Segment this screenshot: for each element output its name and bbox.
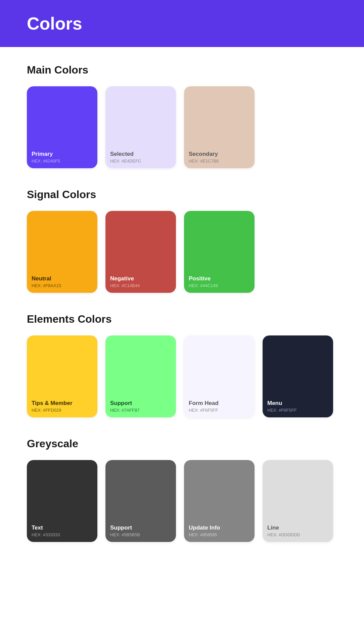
- color-name-text: Text: [32, 525, 93, 531]
- header: Colors: [0, 0, 364, 47]
- color-info-support-gray: Support HEX: #5B5B5B: [105, 520, 176, 542]
- color-swatch-selected: [105, 86, 176, 147]
- color-info-tips: Tips & Member HEX: #FFD029: [27, 396, 97, 417]
- color-hex-updateinfo: HEX: #858585: [189, 532, 250, 537]
- section-title-main: Main Colors: [27, 64, 337, 76]
- color-swatch-negative: [105, 211, 176, 271]
- color-swatch-secondary: [184, 86, 255, 147]
- color-swatch-updateinfo: [184, 460, 255, 520]
- color-hex-text: HEX: #333333: [32, 532, 93, 537]
- color-name-formhead: Form Head: [189, 400, 250, 407]
- color-name-positive: Positive: [189, 275, 250, 282]
- color-card-tips[interactable]: Tips & Member HEX: #FFD029: [27, 335, 97, 417]
- color-swatch-text: [27, 460, 97, 520]
- color-hex-secondary: HEX: #E1C7B6: [189, 158, 250, 164]
- color-info-line: Line HEX: #DDDDDD: [263, 520, 333, 542]
- color-info-negative: Negative HEX: #C14B44: [105, 271, 176, 293]
- color-grid-signal: Neutral HEX: #F8AA15 Negative HEX: #C14B…: [27, 211, 337, 293]
- page-title: Colors: [27, 13, 82, 34]
- color-hex-negative: HEX: #C14B44: [110, 283, 171, 288]
- color-info-menu: Menu HEX: #F6F5FF: [263, 396, 333, 417]
- color-name-secondary: Secondary: [189, 151, 250, 157]
- color-hex-neutral: HEX: #F8AA15: [32, 283, 93, 288]
- color-swatch-support-gray: [105, 460, 176, 520]
- color-info-text: Text HEX: #333333: [27, 520, 97, 542]
- section-main-colors: Main Colors Primary HEX: #6240F5 Selecte…: [27, 64, 337, 168]
- section-title-greyscale: Greyscale: [27, 438, 337, 450]
- color-hex-menu: HEX: #F6F5FF: [267, 408, 328, 413]
- color-name-menu: Menu: [267, 400, 328, 407]
- color-name-selected: Selected: [110, 151, 171, 157]
- color-card-selected[interactable]: Selected HEX: #E4DEFC: [105, 86, 176, 168]
- color-name-support-gray: Support: [110, 525, 171, 531]
- color-card-neutral[interactable]: Neutral HEX: #F8AA15: [27, 211, 97, 293]
- color-swatch-menu: [263, 335, 333, 396]
- section-signal-colors: Signal Colors Neutral HEX: #F8AA15 Negat…: [27, 188, 337, 293]
- color-grid-greyscale: Text HEX: #333333 Support HEX: #5B5B5B U…: [27, 460, 337, 542]
- color-card-secondary[interactable]: Secondary HEX: #E1C7B6: [184, 86, 255, 168]
- color-grid-main: Primary HEX: #6240F5 Selected HEX: #E4DE…: [27, 86, 337, 168]
- color-swatch-support-green: [105, 335, 176, 396]
- section-greyscale: Greyscale Text HEX: #333333 Support HEX:…: [27, 438, 337, 542]
- color-hex-selected: HEX: #E4DEFC: [110, 158, 171, 164]
- color-swatch-tips: [27, 335, 97, 396]
- color-swatch-positive: [184, 211, 255, 271]
- color-hex-support-green: HEX: #7AFF87: [110, 408, 171, 413]
- color-card-positive[interactable]: Positive HEX: #44C149: [184, 211, 255, 293]
- section-elements-colors: Elements Colors Tips & Member HEX: #FFD0…: [27, 313, 337, 417]
- color-name-updateinfo: Update Info: [189, 525, 250, 531]
- color-card-line[interactable]: Line HEX: #DDDDDD: [263, 460, 333, 542]
- color-card-updateinfo[interactable]: Update Info HEX: #858585: [184, 460, 255, 542]
- color-info-neutral: Neutral HEX: #F8AA15: [27, 271, 97, 293]
- color-hex-positive: HEX: #44C149: [189, 283, 250, 288]
- color-info-primary: Primary HEX: #6240F5: [27, 147, 97, 168]
- color-card-support-gray[interactable]: Support HEX: #5B5B5B: [105, 460, 176, 542]
- color-card-support-green[interactable]: Support HEX: #7AFF87: [105, 335, 176, 417]
- color-card-formhead[interactable]: Form Head HEX: #F6F5FF: [184, 335, 255, 417]
- color-swatch-neutral: [27, 211, 97, 271]
- color-card-negative[interactable]: Negative HEX: #C14B44: [105, 211, 176, 293]
- color-swatch-formhead: [184, 335, 255, 396]
- color-card-primary[interactable]: Primary HEX: #6240F5: [27, 86, 97, 168]
- color-info-secondary: Secondary HEX: #E1C7B6: [184, 147, 255, 168]
- color-hex-primary: HEX: #6240F5: [32, 158, 93, 164]
- color-hex-formhead: HEX: #F6F5FF: [189, 408, 250, 413]
- color-info-support-green: Support HEX: #7AFF87: [105, 396, 176, 417]
- color-grid-elements: Tips & Member HEX: #FFD029 Support HEX: …: [27, 335, 337, 417]
- content: Main Colors Primary HEX: #6240F5 Selecte…: [0, 47, 364, 579]
- section-title-signal: Signal Colors: [27, 188, 337, 201]
- section-title-elements: Elements Colors: [27, 313, 337, 325]
- color-card-menu[interactable]: Menu HEX: #F6F5FF: [263, 335, 333, 417]
- color-card-text[interactable]: Text HEX: #333333: [27, 460, 97, 542]
- color-hex-line: HEX: #DDDDDD: [267, 532, 328, 537]
- color-info-selected: Selected HEX: #E4DEFC: [105, 147, 176, 168]
- color-name-line: Line: [267, 525, 328, 531]
- color-hex-tips: HEX: #FFD029: [32, 408, 93, 413]
- color-name-support-green: Support: [110, 400, 171, 407]
- color-swatch-line: [263, 460, 333, 520]
- color-info-updateinfo: Update Info HEX: #858585: [184, 520, 255, 542]
- color-name-negative: Negative: [110, 275, 171, 282]
- color-info-positive: Positive HEX: #44C149: [184, 271, 255, 293]
- color-swatch-primary: [27, 86, 97, 147]
- color-name-neutral: Neutral: [32, 275, 93, 282]
- color-hex-support-gray: HEX: #5B5B5B: [110, 532, 171, 537]
- color-info-formhead: Form Head HEX: #F6F5FF: [184, 396, 255, 417]
- color-name-primary: Primary: [32, 151, 93, 157]
- color-name-tips: Tips & Member: [32, 400, 93, 407]
